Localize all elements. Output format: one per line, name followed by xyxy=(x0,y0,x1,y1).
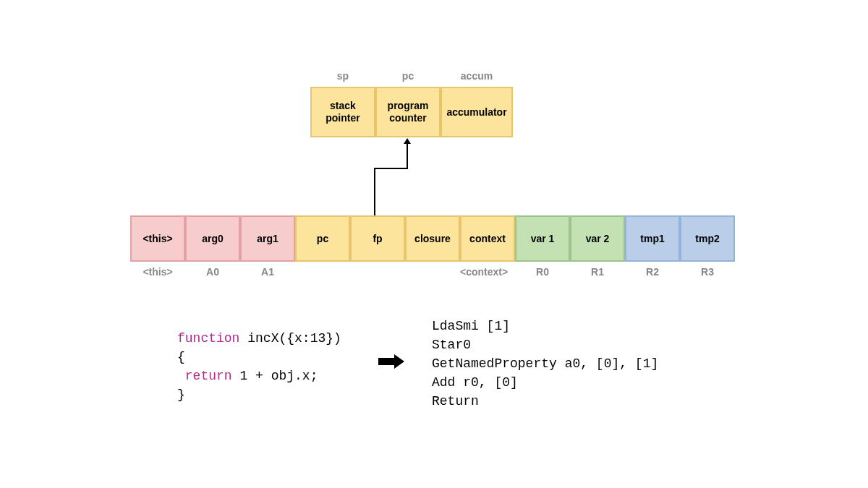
cell-pc: pc xyxy=(295,215,350,262)
code-return-rest: 1 + obj.x; xyxy=(232,369,318,383)
cell-tmp2: tmp2 xyxy=(680,215,735,262)
flabel-a1: A1 xyxy=(240,266,295,278)
keyword-function: function xyxy=(177,331,239,346)
flabel-r2: R2 xyxy=(625,266,680,278)
cell-arg1: arg1 xyxy=(240,215,295,262)
flabel-a0: A0 xyxy=(185,266,240,278)
connector-arrowhead xyxy=(404,138,411,144)
arrow-right-icon xyxy=(378,354,404,369)
label-accum: accum xyxy=(441,70,513,82)
keyword-return: return xyxy=(185,369,232,383)
code-brace-open: { xyxy=(177,350,185,364)
connector-horiz xyxy=(374,168,408,169)
diagram-canvas: sp pc accum stack pointer program counte… xyxy=(0,0,868,488)
cell-context: context xyxy=(460,215,515,262)
connector-vert-1 xyxy=(374,168,375,215)
cell-var1: var 1 xyxy=(515,215,570,262)
bytecode: LdaSmi [1] Star0 GetNamedProperty a0, [0… xyxy=(432,317,658,411)
code-fn-rest: incX({x:13}) xyxy=(239,331,341,346)
flabel-r3: R3 xyxy=(680,266,735,278)
cell-tmp1: tmp1 xyxy=(625,215,680,262)
label-pc-top: pc xyxy=(375,70,441,82)
code-brace-close: } xyxy=(177,388,185,402)
cell-program-counter: program counter xyxy=(375,87,441,137)
connector-vert-2 xyxy=(407,143,408,169)
cell-this: <this> xyxy=(130,215,185,262)
flabel-r1: R1 xyxy=(570,266,625,278)
flabel-r0: R0 xyxy=(515,266,570,278)
cell-accumulator: accumulator xyxy=(441,87,513,137)
label-sp: sp xyxy=(310,70,375,82)
source-code: function incX({x:13}) { return 1 + obj.x… xyxy=(177,329,341,404)
cell-closure: closure xyxy=(405,215,460,262)
cell-var2: var 2 xyxy=(570,215,625,262)
cell-fp: fp xyxy=(350,215,405,262)
cell-arg0: arg0 xyxy=(185,215,240,262)
cell-stack-pointer: stack pointer xyxy=(310,87,375,137)
flabel-this: <this> xyxy=(130,266,185,278)
